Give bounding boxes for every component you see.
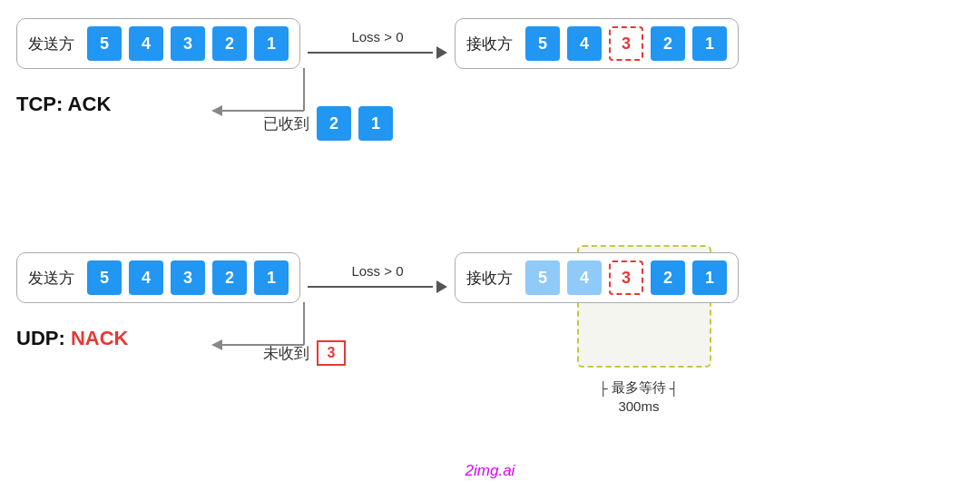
udp-sender-box: 发送方 5 4 3 2 1 [16, 252, 300, 303]
tcp-forward-arrow [308, 46, 447, 59]
tcp-receiver-box: 接收方 5 4 3 2 1 [455, 18, 739, 69]
udp-protocol-label: UDP: NACK [16, 327, 128, 350]
tcp-sender-packet-2: 2 [212, 26, 247, 61]
tcp-receiver-label: 接收方 [466, 34, 513, 54]
tcp-receiver-packet-4: 4 [567, 26, 602, 61]
udp-label-static: UDP: [16, 327, 71, 349]
udp-label-nack: NACK [71, 327, 129, 349]
main-container: 发送方 5 4 3 2 1 Loss > 0 接收方 5 4 3 [0, 0, 980, 491]
udp-receiver-box: 接收方 5 4 3 2 1 [455, 252, 739, 303]
udp-sender-packet-2: 2 [212, 260, 247, 295]
tcp-ack-packet-1: 1 [358, 106, 393, 141]
tcp-sender-packet-5: 5 [87, 26, 122, 61]
tcp-sender-label: 发送方 [28, 34, 74, 54]
udp-receiver-label: 接收方 [466, 268, 513, 289]
udp-receiver-packet-3-missing: 3 [609, 260, 643, 295]
udp-missing-packet-label: 3 [317, 340, 346, 366]
tcp-sender-packet-3: 3 [171, 26, 205, 61]
udp-wait-value: 300ms [599, 398, 679, 414]
udp-receiver-packet-5: 5 [525, 260, 560, 295]
tcp-receiver-packet-2: 2 [651, 26, 685, 61]
tcp-protocol-label: TCP: ACK [16, 93, 111, 116]
udp-receiver-packet-4: 4 [567, 260, 602, 295]
udp-sender-packet-4: 4 [129, 260, 163, 295]
tcp-ack-text: 已收到 [263, 113, 309, 134]
udp-sender-packet-1: 1 [254, 260, 289, 295]
tcp-loss-label: Loss > 0 [351, 29, 403, 44]
udp-arrow-head [436, 280, 447, 293]
tcp-sender-packet-4: 4 [129, 26, 163, 61]
udp-wait-label: 最多等待 [612, 379, 666, 397]
udp-sender-packet-3: 3 [171, 260, 205, 295]
udp-wait-annotation: ├ 最多等待 ┤ 300ms [599, 379, 679, 414]
udp-arrow-shaft [308, 286, 433, 288]
udp-sender-packet-5: 5 [87, 260, 122, 295]
udp-forward-arrow [308, 280, 447, 293]
watermark: 2img.ai [466, 462, 515, 480]
tcp-sender-packet-1: 1 [254, 26, 289, 61]
tcp-arrow-shaft [308, 52, 433, 54]
tcp-receiver-packet-5: 5 [525, 26, 560, 61]
tcp-arrow-head [436, 46, 447, 59]
udp-receiver-packet-1: 1 [692, 260, 727, 295]
svg-marker-5 [211, 339, 222, 350]
tcp-ack-packet-2: 2 [317, 106, 351, 141]
udp-loss-arrow-container: Loss > 0 [300, 263, 455, 293]
udp-wait-left-tick: ├ [599, 381, 608, 396]
udp-nack-row: 未收到 3 [263, 340, 346, 366]
udp-sender-label: 发送方 [28, 268, 74, 289]
udp-receiver-packet-2: 2 [651, 260, 685, 295]
udp-loss-label: Loss > 0 [351, 263, 403, 279]
tcp-loss-arrow-container: Loss > 0 [300, 29, 455, 59]
udp-wait-right-tick: ┤ [670, 381, 679, 396]
tcp-ack-row: 已收到 2 1 [263, 106, 393, 141]
tcp-sender-box: 发送方 5 4 3 2 1 [16, 18, 300, 69]
svg-marker-2 [211, 105, 222, 116]
udp-wait-arrows: ├ 最多等待 ┤ [599, 379, 679, 397]
tcp-receiver-packet-3-missing: 3 [609, 26, 643, 61]
udp-nack-text: 未收到 [263, 343, 309, 364]
tcp-receiver-packet-1: 1 [692, 26, 727, 61]
